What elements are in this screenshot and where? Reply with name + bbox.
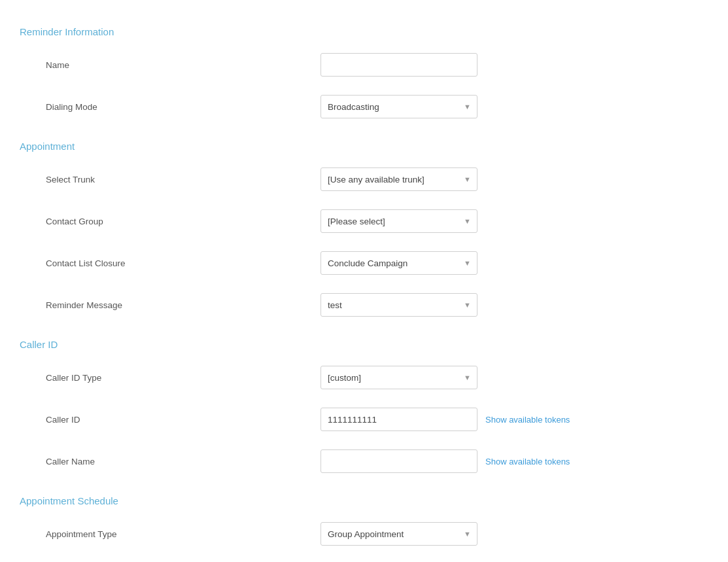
appointment-type-label: Appointment Type [46, 529, 321, 539]
appointment-type-select-wrapper: Group Appointment Individual Appointment… [321, 522, 477, 546]
contact-group-field-row: Contact Group [Please select] Group A Gr… [20, 200, 708, 242]
caller-id-label: Caller ID [46, 415, 321, 425]
select-trunk-label: Select Trunk [46, 175, 321, 184]
caller-id-show-tokens-link[interactable]: Show available tokens [485, 415, 570, 425]
dialing-mode-field-row: Dialing Mode Broadcasting Predictive Pre… [20, 86, 708, 128]
contact-group-select-wrapper: [Please select] Group A Group B ▼ [321, 209, 477, 233]
reminder-message-select-wrapper: test Message 1 Message 2 ▼ [321, 293, 477, 317]
caller-name-label: Caller Name [46, 457, 321, 466]
contact-list-closure-select[interactable]: Conclude Campaign Leave Open Archive [321, 251, 477, 275]
name-label: Name [46, 60, 321, 70]
caller-id-type-label: Caller ID Type [46, 373, 321, 383]
select-trunk-select-wrapper: [Use any available trunk] Trunk 1 Trunk … [321, 167, 477, 191]
dialing-mode-select-wrapper: Broadcasting Predictive Preview Progress… [321, 95, 477, 118]
caller-name-show-tokens-link[interactable]: Show available tokens [485, 457, 570, 466]
contact-list-closure-label: Contact List Closure [46, 258, 321, 268]
caller-name-input[interactable] [321, 449, 477, 473]
select-trunk-select[interactable]: [Use any available trunk] Trunk 1 Trunk … [321, 167, 477, 191]
caller-id-input[interactable] [321, 408, 477, 431]
reminder-message-select[interactable]: test Message 1 Message 2 [321, 293, 477, 317]
dialing-mode-select[interactable]: Broadcasting Predictive Preview Progress… [321, 95, 477, 118]
reminder-message-label: Reminder Message [46, 300, 321, 310]
name-field-row: Name [20, 44, 708, 86]
name-input[interactable] [321, 53, 477, 77]
appointment-type-select[interactable]: Group Appointment Individual Appointment… [321, 522, 477, 546]
reminder-information-title: Reminder Information [20, 26, 708, 37]
caller-name-field-row: Caller Name Show available tokens [20, 440, 708, 482]
appointment-type-field-row: Appointment Type Group Appointment Indiv… [20, 513, 708, 555]
caller-id-field-row: Caller ID Show available tokens [20, 398, 708, 440]
contact-group-label: Contact Group [46, 217, 321, 226]
contact-list-closure-select-wrapper: Conclude Campaign Leave Open Archive ▼ [321, 251, 477, 275]
caller-id-section-title: Caller ID [20, 339, 708, 350]
contact-list-closure-field-row: Contact List Closure Conclude Campaign L… [20, 242, 708, 284]
select-trunk-field-row: Select Trunk [Use any available trunk] T… [20, 158, 708, 200]
dialing-mode-label: Dialing Mode [46, 102, 321, 112]
reminder-message-field-row: Reminder Message test Message 1 Message … [20, 284, 708, 326]
caller-id-type-select[interactable]: [custom] Default DID [321, 366, 477, 389]
contact-group-select[interactable]: [Please select] Group A Group B [321, 209, 477, 233]
caller-id-type-select-wrapper: [custom] Default DID ▼ [321, 366, 477, 389]
appointment-title: Appointment [20, 141, 708, 152]
caller-id-type-field-row: Caller ID Type [custom] Default DID ▼ [20, 357, 708, 398]
appointment-schedule-title: Appointment Schedule [20, 495, 708, 506]
